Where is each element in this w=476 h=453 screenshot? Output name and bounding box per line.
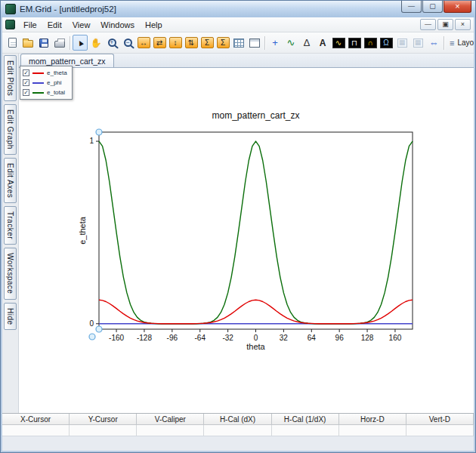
new-file-button[interactable] [5,35,20,51]
readout-header-1: X-Cursor [2,414,70,425]
legend-row-e_phi[interactable]: ✓e_phi [23,79,67,87]
data-table-button[interactable] [247,35,262,51]
readout-value-4 [204,425,271,436]
mdi-restore-button[interactable]: ▣ [437,19,453,30]
x-tick-label: 0 [254,334,258,342]
crosshair-cursor-button[interactable]: + [267,35,283,51]
full-scale-x-button[interactable]: ↔ [136,35,151,51]
close-button[interactable]: × [444,1,471,13]
legend-row-e_theta[interactable]: ✓e_theta [23,69,67,77]
mdi-minimize-button[interactable]: — [420,19,436,30]
readout-value-7 [406,425,474,436]
zoom-x-icon: ⇄ [153,37,166,48]
zoom-out-button[interactable]: − [120,35,135,51]
sum-x-button[interactable]: Σ [199,35,215,51]
close-icon: × [455,2,459,11]
app-icon [5,4,16,14]
menu-view[interactable]: View [67,19,96,31]
legend-swatch-e_total [32,92,44,94]
maximize-icon: ▢ [429,3,436,10]
sidebar-tab-tracker[interactable]: Tracker [4,206,17,245]
print-button[interactable] [52,35,67,51]
zoom-x-button[interactable]: ⇄ [152,35,167,51]
bottom-strip [2,436,474,451]
readout-value-2 [70,425,137,436]
filter-bandstop-button[interactable]: Ω [379,35,394,51]
mdi-close-button[interactable]: × [455,19,471,30]
fit-width-button[interactable]: ⇔ [426,35,441,51]
sidebar-tab-edit-axes[interactable]: Edit Axes [4,158,17,203]
open-file-button[interactable] [20,35,36,51]
plot-canvas[interactable]: mom_pattern_cart_zx-160-128-96-64-320326… [19,68,474,413]
save-file-button[interactable] [36,35,51,51]
x-axis-label: theta [246,342,265,351]
delta-marker-button[interactable]: ∆ [299,35,314,51]
axis-handle[interactable] [96,129,102,135]
zoom-in-button[interactable]: + [104,35,119,51]
plot-content: mom_pattern_cart_zx-160-128-96-64-320326… [19,68,474,413]
layout-button-icon: ≡ [450,39,454,48]
series-e_theta [99,300,413,324]
sum-y-icon: Σ [217,37,230,48]
sidebar-tab-edit-graph[interactable]: Edit Graph [4,104,17,155]
toolbar-separator [264,36,265,50]
filter-highpass-icon: ⊓ [348,38,361,48]
legend-label-e_theta: e_theta [47,69,67,76]
zoom-y-button[interactable]: ⇅ [184,35,199,51]
title-bar[interactable]: EM.Grid - [untitledproj52] — ▢ × [1,1,475,17]
series-e_total [99,141,413,324]
sidebar: Edit PlotsEdit GraphEdit AxesTrackerWork… [2,54,19,413]
x-tick-label: 32 [280,334,289,342]
legend-checkbox-e_phi[interactable]: ✓ [23,79,29,86]
x-tick-label: -64 [194,334,206,342]
readout-header-4: H-Cal (dX) [204,414,271,425]
filter-lowpass-button[interactable]: ∿ [331,35,346,51]
select-cursor-button[interactable]: ▲ [73,35,88,51]
filter-bandpass-button[interactable]: ∩ [363,35,378,51]
menu-file[interactable]: File [18,19,42,31]
window-body: FileEditViewWindowsHelp — ▣ × ▲✋+−↔⇄↕⇅ΣΣ… [2,17,474,451]
full-scale-y-button[interactable]: ↕ [168,35,183,51]
tracker-tool-icon: ∿ [287,38,295,48]
y-tick-label: 0 [89,319,94,328]
tracker-tool-button[interactable]: ∿ [283,35,298,51]
sidebar-tab-hide[interactable]: Hide [4,303,17,331]
mdi-minimize-icon: — [425,21,431,28]
pan-hand-button[interactable]: ✋ [88,35,104,51]
text-annotation-button[interactable]: A [315,35,330,51]
sum-y-button[interactable]: Σ [215,35,230,51]
window-title: EM.Grid - [untitledproj52] [20,5,116,14]
readout-value-3 [137,425,204,436]
full-scale-y-icon: ↕ [169,37,182,48]
maximize-button[interactable]: ▢ [422,1,443,13]
filter-highpass-button[interactable]: ⊓ [347,35,362,51]
y-axis-label: e_theta [78,216,87,245]
layout-button[interactable]: ≡Layout [447,39,474,48]
select-cursor-icon: ▲ [75,37,86,48]
app-window: EM.Grid - [untitledproj52] — ▢ × FileEdi… [0,0,476,453]
mdi-restore-icon: ▣ [442,21,449,28]
legend-row-e_total[interactable]: ✓e_total [23,88,67,97]
legend-checkbox-e_theta[interactable]: ✓ [23,69,29,76]
readout-bar: X-CursorY-CursorV-CaliperH-Cal (dX)H-Cal… [2,413,474,436]
menu-edit[interactable]: Edit [42,19,67,31]
legend-checkbox-e_total[interactable]: ✓ [23,89,29,96]
layout-button-label: Layout [457,39,474,47]
menu-windows[interactable]: Windows [95,19,140,31]
axis-handle[interactable] [89,334,95,340]
document-icon[interactable] [5,20,15,29]
menu-help[interactable]: Help [140,19,168,31]
sidebar-tab-workspace[interactable]: Workspace [4,248,17,299]
plot-legend[interactable]: ✓e_theta✓e_phi✓e_total [20,66,73,100]
text-annotation-icon: A [320,39,326,48]
sidebar-tab-edit-plots[interactable]: Edit Plots [4,55,17,101]
option-b-button[interactable]: ▦ [410,35,425,51]
main-area: Edit PlotsEdit GraphEdit AxesTrackerWork… [2,54,474,413]
option-a-button[interactable]: ▦ [394,35,410,51]
grid-toggle-button[interactable] [231,35,246,51]
tab-bar: mom_pattern_cart_zx [19,54,474,68]
minimize-button[interactable]: — [401,1,422,13]
document-column: mom_pattern_cart_zx mom_pattern_cart_zx-… [19,54,474,413]
axis-handle[interactable] [96,326,102,332]
x-tick-label: -96 [167,334,178,342]
